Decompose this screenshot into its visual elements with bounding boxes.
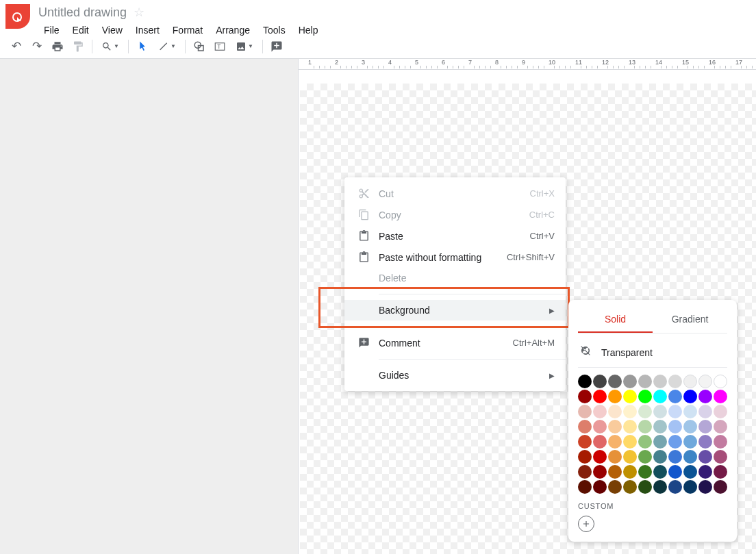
- select-tool-button[interactable]: [133, 37, 152, 56]
- color-swatch[interactable]: [608, 390, 622, 403]
- line-tool-button[interactable]: ▼: [153, 37, 181, 56]
- zoom-button[interactable]: ▼: [97, 37, 124, 56]
- color-swatch[interactable]: [698, 480, 712, 494]
- color-swatch[interactable]: [653, 435, 667, 449]
- color-swatch[interactable]: [714, 405, 727, 418]
- color-swatch[interactable]: [698, 435, 712, 449]
- color-swatch[interactable]: [593, 450, 607, 464]
- color-swatch[interactable]: [668, 390, 682, 403]
- color-swatch[interactable]: [638, 375, 652, 388]
- ctx-paste-without-formatting[interactable]: Paste without formattingCtrl+Shift+V: [344, 247, 566, 268]
- color-swatch[interactable]: [698, 375, 712, 388]
- textbox-tool-button[interactable]: T: [210, 37, 229, 56]
- color-swatch[interactable]: [638, 405, 652, 418]
- menu-format[interactable]: Format: [167, 22, 208, 38]
- color-swatch[interactable]: [578, 450, 592, 464]
- menu-edit[interactable]: Edit: [67, 22, 94, 38]
- color-swatch[interactable]: [698, 420, 712, 433]
- undo-button[interactable]: ↶: [7, 37, 26, 56]
- gradient-tab[interactable]: Gradient: [653, 310, 727, 333]
- color-swatch[interactable]: [593, 480, 607, 494]
- color-swatch[interactable]: [683, 420, 697, 433]
- color-swatch[interactable]: [608, 465, 622, 479]
- color-swatch[interactable]: [668, 435, 682, 449]
- transparent-option[interactable]: Transparent: [578, 342, 727, 367]
- color-swatch[interactable]: [608, 480, 622, 494]
- color-swatch[interactable]: [623, 450, 637, 464]
- menu-help[interactable]: Help: [293, 22, 324, 38]
- color-swatch[interactable]: [623, 480, 637, 494]
- ctx-guides[interactable]: Guides▶: [344, 365, 566, 386]
- redo-button[interactable]: ↷: [27, 37, 47, 56]
- color-swatch[interactable]: [608, 450, 622, 464]
- color-swatch[interactable]: [653, 420, 667, 433]
- color-swatch[interactable]: [638, 390, 652, 403]
- menu-arrange[interactable]: Arrange: [210, 22, 255, 38]
- color-swatch[interactable]: [623, 390, 637, 403]
- color-swatch[interactable]: [638, 450, 652, 464]
- ctx-comment[interactable]: CommentCtrl+Alt+M: [344, 332, 566, 353]
- color-swatch[interactable]: [653, 390, 667, 403]
- color-swatch[interactable]: [683, 465, 697, 479]
- color-swatch[interactable]: [668, 450, 682, 464]
- color-swatch[interactable]: [623, 405, 637, 418]
- color-swatch[interactable]: [578, 480, 592, 494]
- color-swatch[interactable]: [668, 375, 682, 388]
- menu-view[interactable]: View: [97, 22, 128, 38]
- add-custom-color-button[interactable]: [578, 516, 594, 532]
- color-swatch[interactable]: [593, 435, 607, 449]
- color-swatch[interactable]: [714, 390, 727, 403]
- color-swatch[interactable]: [668, 405, 682, 418]
- color-swatch[interactable]: [578, 390, 592, 403]
- color-swatch[interactable]: [683, 435, 697, 449]
- menu-tools[interactable]: Tools: [257, 22, 291, 38]
- color-swatch[interactable]: [714, 480, 727, 494]
- color-swatch[interactable]: [593, 420, 607, 433]
- color-swatch[interactable]: [698, 405, 712, 418]
- color-swatch[interactable]: [623, 465, 637, 479]
- solid-tab[interactable]: Solid: [578, 310, 653, 333]
- color-swatch[interactable]: [668, 420, 682, 433]
- color-swatch[interactable]: [638, 480, 652, 494]
- color-swatch[interactable]: [623, 375, 637, 388]
- color-swatch[interactable]: [638, 465, 652, 479]
- color-swatch[interactable]: [698, 390, 712, 403]
- color-swatch[interactable]: [683, 375, 697, 388]
- color-swatch[interactable]: [608, 375, 622, 388]
- shape-tool-button[interactable]: [190, 37, 209, 56]
- image-tool-button[interactable]: ▼: [231, 37, 258, 56]
- drawings-logo-icon[interactable]: [5, 4, 30, 29]
- color-swatch[interactable]: [653, 450, 667, 464]
- color-swatch[interactable]: [683, 450, 697, 464]
- print-button[interactable]: [48, 37, 67, 56]
- insert-comment-button[interactable]: [267, 37, 286, 56]
- color-swatch[interactable]: [714, 465, 727, 479]
- color-swatch[interactable]: [653, 405, 667, 418]
- color-swatch[interactable]: [623, 435, 637, 449]
- color-swatch[interactable]: [714, 435, 727, 449]
- color-swatch[interactable]: [698, 465, 712, 479]
- document-title[interactable]: Untitled drawing: [38, 5, 127, 20]
- color-swatch[interactable]: [578, 435, 592, 449]
- color-swatch[interactable]: [714, 420, 727, 433]
- color-swatch[interactable]: [593, 405, 607, 418]
- menu-file[interactable]: File: [38, 22, 65, 38]
- color-swatch[interactable]: [714, 450, 727, 464]
- color-swatch[interactable]: [608, 405, 622, 418]
- star-icon[interactable]: ☆: [134, 5, 144, 20]
- color-swatch[interactable]: [578, 420, 592, 433]
- color-swatch[interactable]: [653, 465, 667, 479]
- color-swatch[interactable]: [623, 420, 637, 433]
- color-swatch[interactable]: [578, 405, 592, 418]
- color-swatch[interactable]: [578, 375, 592, 388]
- paint-format-button[interactable]: [68, 37, 88, 56]
- color-swatch[interactable]: [698, 450, 712, 464]
- color-swatch[interactable]: [683, 480, 697, 494]
- color-swatch[interactable]: [714, 375, 727, 388]
- color-swatch[interactable]: [653, 375, 667, 388]
- color-swatch[interactable]: [608, 420, 622, 433]
- color-swatch[interactable]: [593, 375, 607, 388]
- color-swatch[interactable]: [608, 435, 622, 449]
- color-swatch[interactable]: [578, 465, 592, 479]
- ctx-paste[interactable]: PasteCtrl+V: [344, 225, 566, 247]
